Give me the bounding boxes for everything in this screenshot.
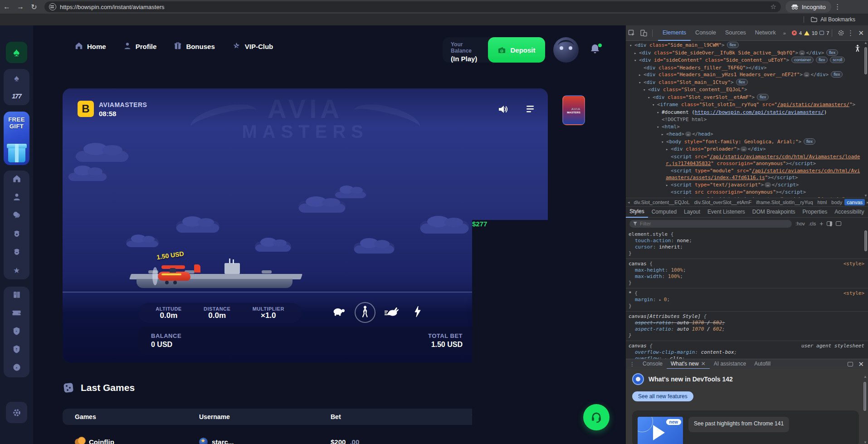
dom-tree-line[interactable]: ▾<body style="font-family: Geologica, Ar…	[626, 138, 868, 146]
dom-tree-line[interactable]: ▾<iframe class="Slot_slotIn__ryYuq" src=…	[626, 101, 868, 109]
sidebar-item-profile[interactable]	[4, 189, 29, 207]
styles-tab-layout[interactable]: Layout	[680, 207, 704, 217]
devtools-settings-gear-icon[interactable]	[835, 29, 847, 38]
nav-item-home[interactable]: Home	[75, 42, 106, 51]
drawer-tab-autofill[interactable]: Autofill	[750, 359, 775, 369]
breadcrumb-scroll-left-icon[interactable]: ◂	[626, 200, 632, 205]
more-tabs-icon[interactable]: »	[780, 30, 789, 36]
inspect-element-icon[interactable]	[626, 29, 638, 38]
last-games-row[interactable]: Coinflip starc... $200.00 $277.78	[63, 432, 601, 444]
rule-source-link[interactable]: user agent stylesheet	[801, 343, 864, 349]
styles-tab-properties[interactable]: Properties	[799, 207, 831, 217]
styles-tab-styles[interactable]: Styles	[626, 206, 648, 218]
support-chat-button[interactable]	[583, 404, 610, 430]
rendering-emulation-icon[interactable]	[827, 221, 832, 226]
dom-tree-line[interactable]: <script src crossorigin="anonymous"></sc…	[626, 189, 868, 196]
nav-item-bonuses[interactable]: Bonuses	[174, 42, 215, 51]
devtools-close-icon[interactable]: ✕	[854, 29, 868, 37]
sidebar-item-fairness[interactable]: ★	[4, 359, 29, 377]
dom-tree-line[interactable]: <script type="module" src="/api/static/a…	[626, 167, 868, 181]
deposit-button[interactable]: Deposit	[488, 37, 545, 63]
dom-tree-line[interactable]: ▸<div class="Side_sideOver__IfuBk Side_a…	[626, 49, 868, 57]
rule-source-link[interactable]: <style>	[844, 261, 864, 267]
css-rule[interactable]: user agent stylesheetcanvas {overflow-cl…	[626, 341, 868, 359]
sound-icon[interactable]	[497, 103, 509, 115]
styles-scrollbar[interactable]	[864, 230, 867, 285]
drawer-tab-what-s-new[interactable]: What's new✕	[667, 359, 710, 369]
all-bookmarks-button[interactable]: All Bookmarks	[820, 16, 855, 23]
sidebar-item-chat[interactable]	[4, 207, 29, 225]
devtools-tab-elements[interactable]: Elements	[658, 25, 691, 41]
devtools-tab-network[interactable]: Network	[751, 25, 780, 41]
highlight-video-thumbnail[interactable]: new	[638, 417, 683, 444]
expand-ellipsis-button[interactable]: …	[741, 146, 746, 151]
dom-tree-line[interactable]: ▸<div class="Headers_main__yHzs1 Headers…	[626, 71, 868, 79]
sidebar-item-casino[interactable]: ♠	[4, 69, 29, 87]
css-rule[interactable]: <style>* {margin: ▸ 0;}	[626, 288, 868, 312]
accessibility-person-icon[interactable]	[854, 44, 861, 54]
dom-tree-line[interactable]: <div class="Headers_filler__T6F6Q"></div…	[626, 64, 868, 72]
nav-item-profile[interactable]: Profile	[123, 42, 157, 51]
bookmark-star-icon[interactable]: ☆	[770, 3, 776, 11]
styles-tab-event-listeners[interactable]: Event Listeners	[704, 207, 749, 217]
dom-tree-line[interactable]: ▾<div id="sideContent" class="Side_conte…	[626, 57, 868, 64]
computed-sidebar-icon[interactable]	[836, 221, 841, 226]
toggle-hov[interactable]: :hov	[795, 221, 805, 226]
dom-tree-line[interactable]: ▾#document (https://bowspin.com/api/stat…	[626, 109, 868, 117]
dom-tree-line[interactable]: <script src="/api/static/aviamasters/cdn…	[626, 153, 868, 167]
dom-tree-line[interactable]: ▸<head>…</head>	[626, 131, 868, 138]
url-text[interactable]: https://bowspin.com/instant/aviamasters	[60, 4, 165, 10]
game-thumbnail[interactable]: AVIA MASTERS	[562, 95, 585, 125]
new-style-rule-icon[interactable]: +	[819, 220, 823, 227]
sidebar-item-favorites[interactable]: ★	[4, 261, 29, 279]
drawer-scrollbar[interactable]: ▲▼	[863, 375, 867, 443]
speed-turtle-button[interactable]	[328, 302, 349, 323]
speed-walker-button[interactable]	[355, 302, 375, 323]
dom-tree-line[interactable]: <!DOCTYPE html>	[626, 116, 868, 123]
toggle-cls[interactable]: .cls	[809, 221, 816, 226]
breadcrumb-html[interactable]: html	[815, 199, 829, 205]
site-info-icon[interactable]	[49, 3, 56, 10]
sidebar-free-gift-banner[interactable]: FREE GIFT	[4, 112, 29, 165]
drawer-tab-ai-assistance[interactable]: AI assistance	[710, 359, 750, 369]
devtools-tab-console[interactable]: Console	[691, 25, 721, 41]
expand-ellipsis-button[interactable]: …	[685, 132, 691, 137]
devtools-tab-sources[interactable]: Sources	[721, 25, 751, 41]
sidebar-item-slots[interactable]: 177	[4, 87, 29, 105]
see-all-features-button[interactable]: See all new features	[632, 391, 693, 401]
error-count[interactable]: 4	[799, 30, 802, 36]
css-rule[interactable]: <style>canvas {max-height: 100%;max-widt…	[626, 259, 868, 288]
breadcrumb-canvas[interactable]: canvas	[844, 199, 865, 205]
dom-tree-line[interactable]: ▸<script type="text/javascript">…</scrip…	[626, 181, 868, 189]
css-rule[interactable]: element.style {touch-action: none;cursor…	[626, 229, 868, 259]
expand-ellipsis-button[interactable]: …	[765, 182, 770, 187]
dom-tree-line[interactable]: ▾<html>	[626, 123, 868, 131]
tree-scrollbar[interactable]: ▲▼	[863, 42, 867, 197]
notifications-bell-icon[interactable]	[590, 44, 602, 56]
rule-source-link[interactable]: <style>	[844, 290, 864, 297]
expand-ellipsis-button[interactable]: …	[799, 50, 805, 55]
breadcrumb-iframe-Slot-slotIn-ryYuq[interactable]: iframe.Slot_slotIn__ryYuq	[754, 199, 815, 205]
dom-tree-line[interactable]: ▾<div class="Slot_main__1Ctuy">flex	[626, 79, 868, 87]
speed-rabbit-button[interactable]	[381, 302, 402, 323]
drawer-tab-console[interactable]: Console	[639, 359, 667, 369]
device-toolbar-icon[interactable]	[638, 29, 649, 38]
sidebar-item-deposit[interactable]	[4, 225, 29, 243]
dom-tree-line[interactable]: ▾<div class="Slot_overSlot__etAmF">flex	[626, 94, 868, 102]
css-rule[interactable]: canvas[Attributes Style] {aspect-ratio: …	[626, 312, 868, 341]
game-menu-icon[interactable]	[525, 103, 536, 115]
nav-item-vip-club[interactable]: VIP-Club	[232, 42, 273, 51]
sidebar-item-settings[interactable]	[6, 402, 27, 423]
breadcrumb-div-Slot-overSlot-etAmF[interactable]: div.Slot_overSlot__etAmF	[692, 199, 754, 205]
dom-tree-line[interactable]: ▾<div class="Slot_content__EQJoL">	[626, 86, 868, 94]
drawer-close-icon[interactable]: ✕	[854, 360, 868, 368]
brand-logo-spade-icon[interactable]: ♠	[6, 42, 27, 63]
devtools-menu-icon[interactable]: ⋮	[847, 29, 854, 38]
sidebar-item-rules[interactable]	[4, 287, 29, 305]
drawer-tab-close-icon[interactable]: ✕	[701, 361, 706, 367]
address-bar[interactable]: https://bowspin.com/instant/aviamasters …	[44, 1, 781, 12]
styles-tab-accessibility[interactable]: Accessibility	[831, 207, 868, 217]
styles-filter-input[interactable]	[640, 221, 776, 226]
styles-tab-dom-breakpoints[interactable]: DOM Breakpoints	[749, 207, 799, 217]
reload-icon[interactable]: ↻	[27, 3, 41, 11]
